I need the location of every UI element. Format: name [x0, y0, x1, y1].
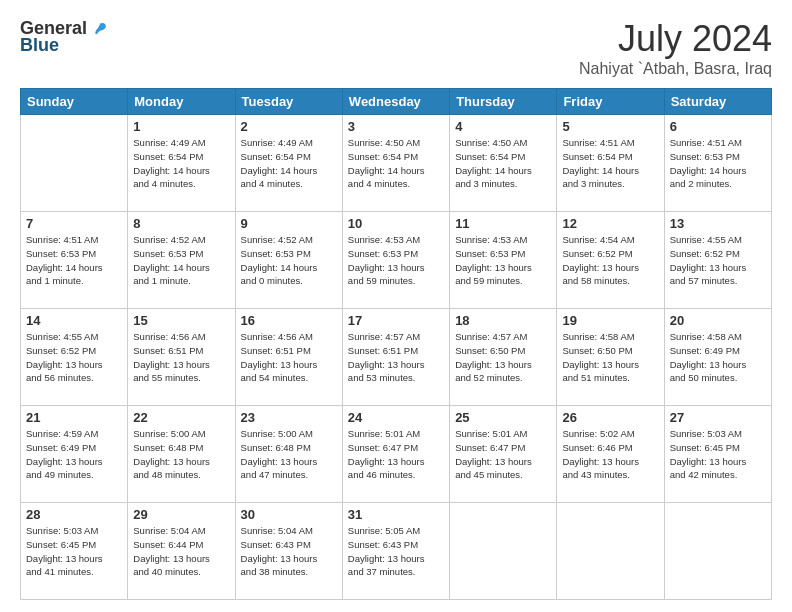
day-number: 26	[562, 410, 658, 425]
col-header-tuesday: Tuesday	[235, 89, 342, 115]
day-number: 7	[26, 216, 122, 231]
day-info: Sunrise: 4:51 AMSunset: 6:54 PMDaylight:…	[562, 136, 658, 191]
day-number: 3	[348, 119, 444, 134]
calendar-cell: 16Sunrise: 4:56 AMSunset: 6:51 PMDayligh…	[235, 309, 342, 406]
calendar-cell: 26Sunrise: 5:02 AMSunset: 6:46 PMDayligh…	[557, 406, 664, 503]
calendar-cell: 27Sunrise: 5:03 AMSunset: 6:45 PMDayligh…	[664, 406, 771, 503]
calendar-cell: 13Sunrise: 4:55 AMSunset: 6:52 PMDayligh…	[664, 212, 771, 309]
calendar-cell: 2Sunrise: 4:49 AMSunset: 6:54 PMDaylight…	[235, 115, 342, 212]
calendar-cell	[21, 115, 128, 212]
day-number: 9	[241, 216, 337, 231]
calendar-cell: 15Sunrise: 4:56 AMSunset: 6:51 PMDayligh…	[128, 309, 235, 406]
col-header-saturday: Saturday	[664, 89, 771, 115]
calendar-cell: 23Sunrise: 5:00 AMSunset: 6:48 PMDayligh…	[235, 406, 342, 503]
calendar-week-1: 1Sunrise: 4:49 AMSunset: 6:54 PMDaylight…	[21, 115, 772, 212]
calendar-cell: 11Sunrise: 4:53 AMSunset: 6:53 PMDayligh…	[450, 212, 557, 309]
calendar-cell: 31Sunrise: 5:05 AMSunset: 6:43 PMDayligh…	[342, 503, 449, 600]
calendar-cell: 20Sunrise: 4:58 AMSunset: 6:49 PMDayligh…	[664, 309, 771, 406]
day-number: 19	[562, 313, 658, 328]
calendar-week-3: 14Sunrise: 4:55 AMSunset: 6:52 PMDayligh…	[21, 309, 772, 406]
day-number: 10	[348, 216, 444, 231]
day-info: Sunrise: 4:53 AMSunset: 6:53 PMDaylight:…	[455, 233, 551, 288]
day-number: 1	[133, 119, 229, 134]
day-number: 11	[455, 216, 551, 231]
day-number: 4	[455, 119, 551, 134]
calendar-cell: 25Sunrise: 5:01 AMSunset: 6:47 PMDayligh…	[450, 406, 557, 503]
calendar-week-4: 21Sunrise: 4:59 AMSunset: 6:49 PMDayligh…	[21, 406, 772, 503]
calendar-cell: 29Sunrise: 5:04 AMSunset: 6:44 PMDayligh…	[128, 503, 235, 600]
calendar-cell: 19Sunrise: 4:58 AMSunset: 6:50 PMDayligh…	[557, 309, 664, 406]
calendar-cell: 8Sunrise: 4:52 AMSunset: 6:53 PMDaylight…	[128, 212, 235, 309]
day-info: Sunrise: 5:03 AMSunset: 6:45 PMDaylight:…	[670, 427, 766, 482]
day-number: 16	[241, 313, 337, 328]
day-info: Sunrise: 4:57 AMSunset: 6:50 PMDaylight:…	[455, 330, 551, 385]
day-number: 25	[455, 410, 551, 425]
calendar-cell: 10Sunrise: 4:53 AMSunset: 6:53 PMDayligh…	[342, 212, 449, 309]
day-info: Sunrise: 4:57 AMSunset: 6:51 PMDaylight:…	[348, 330, 444, 385]
calendar-cell: 4Sunrise: 4:50 AMSunset: 6:54 PMDaylight…	[450, 115, 557, 212]
calendar-cell: 17Sunrise: 4:57 AMSunset: 6:51 PMDayligh…	[342, 309, 449, 406]
day-number: 23	[241, 410, 337, 425]
day-number: 30	[241, 507, 337, 522]
calendar-week-5: 28Sunrise: 5:03 AMSunset: 6:45 PMDayligh…	[21, 503, 772, 600]
calendar-cell: 3Sunrise: 4:50 AMSunset: 6:54 PMDaylight…	[342, 115, 449, 212]
title-block: July 2024 Nahiyat `Atbah, Basra, Iraq	[579, 18, 772, 78]
day-number: 13	[670, 216, 766, 231]
calendar-cell	[557, 503, 664, 600]
day-info: Sunrise: 5:03 AMSunset: 6:45 PMDaylight:…	[26, 524, 122, 579]
day-info: Sunrise: 4:58 AMSunset: 6:49 PMDaylight:…	[670, 330, 766, 385]
day-info: Sunrise: 4:51 AMSunset: 6:53 PMDaylight:…	[670, 136, 766, 191]
calendar-table: SundayMondayTuesdayWednesdayThursdayFrid…	[20, 88, 772, 600]
day-number: 20	[670, 313, 766, 328]
calendar-cell	[664, 503, 771, 600]
calendar-cell: 24Sunrise: 5:01 AMSunset: 6:47 PMDayligh…	[342, 406, 449, 503]
day-number: 14	[26, 313, 122, 328]
calendar-cell: 18Sunrise: 4:57 AMSunset: 6:50 PMDayligh…	[450, 309, 557, 406]
calendar-cell: 9Sunrise: 4:52 AMSunset: 6:53 PMDaylight…	[235, 212, 342, 309]
calendar-cell: 22Sunrise: 5:00 AMSunset: 6:48 PMDayligh…	[128, 406, 235, 503]
day-number: 28	[26, 507, 122, 522]
day-info: Sunrise: 4:52 AMSunset: 6:53 PMDaylight:…	[241, 233, 337, 288]
col-header-monday: Monday	[128, 89, 235, 115]
day-info: Sunrise: 5:01 AMSunset: 6:47 PMDaylight:…	[348, 427, 444, 482]
day-info: Sunrise: 4:55 AMSunset: 6:52 PMDaylight:…	[26, 330, 122, 385]
page: General Blue July 2024 Nahiyat `Atbah, B…	[0, 0, 792, 612]
calendar-cell: 5Sunrise: 4:51 AMSunset: 6:54 PMDaylight…	[557, 115, 664, 212]
day-number: 5	[562, 119, 658, 134]
day-info: Sunrise: 4:59 AMSunset: 6:49 PMDaylight:…	[26, 427, 122, 482]
day-number: 18	[455, 313, 551, 328]
day-info: Sunrise: 4:49 AMSunset: 6:54 PMDaylight:…	[241, 136, 337, 191]
calendar-cell: 14Sunrise: 4:55 AMSunset: 6:52 PMDayligh…	[21, 309, 128, 406]
day-info: Sunrise: 4:49 AMSunset: 6:54 PMDaylight:…	[133, 136, 229, 191]
col-header-sunday: Sunday	[21, 89, 128, 115]
day-number: 17	[348, 313, 444, 328]
day-info: Sunrise: 4:56 AMSunset: 6:51 PMDaylight:…	[133, 330, 229, 385]
logo: General Blue	[20, 18, 109, 56]
day-info: Sunrise: 4:58 AMSunset: 6:50 PMDaylight:…	[562, 330, 658, 385]
day-number: 6	[670, 119, 766, 134]
day-number: 12	[562, 216, 658, 231]
day-number: 22	[133, 410, 229, 425]
day-info: Sunrise: 4:53 AMSunset: 6:53 PMDaylight:…	[348, 233, 444, 288]
col-header-thursday: Thursday	[450, 89, 557, 115]
calendar-cell: 28Sunrise: 5:03 AMSunset: 6:45 PMDayligh…	[21, 503, 128, 600]
calendar-cell: 6Sunrise: 4:51 AMSunset: 6:53 PMDaylight…	[664, 115, 771, 212]
day-info: Sunrise: 4:56 AMSunset: 6:51 PMDaylight:…	[241, 330, 337, 385]
day-info: Sunrise: 5:04 AMSunset: 6:44 PMDaylight:…	[133, 524, 229, 579]
day-info: Sunrise: 4:51 AMSunset: 6:53 PMDaylight:…	[26, 233, 122, 288]
day-info: Sunrise: 4:55 AMSunset: 6:52 PMDaylight:…	[670, 233, 766, 288]
day-number: 29	[133, 507, 229, 522]
day-info: Sunrise: 4:54 AMSunset: 6:52 PMDaylight:…	[562, 233, 658, 288]
calendar-cell	[450, 503, 557, 600]
calendar-week-2: 7Sunrise: 4:51 AMSunset: 6:53 PMDaylight…	[21, 212, 772, 309]
calendar-cell: 21Sunrise: 4:59 AMSunset: 6:49 PMDayligh…	[21, 406, 128, 503]
day-number: 31	[348, 507, 444, 522]
day-info: Sunrise: 5:02 AMSunset: 6:46 PMDaylight:…	[562, 427, 658, 482]
col-header-friday: Friday	[557, 89, 664, 115]
day-info: Sunrise: 5:05 AMSunset: 6:43 PMDaylight:…	[348, 524, 444, 579]
col-header-wednesday: Wednesday	[342, 89, 449, 115]
day-number: 2	[241, 119, 337, 134]
calendar-cell: 12Sunrise: 4:54 AMSunset: 6:52 PMDayligh…	[557, 212, 664, 309]
calendar-cell: 7Sunrise: 4:51 AMSunset: 6:53 PMDaylight…	[21, 212, 128, 309]
day-number: 24	[348, 410, 444, 425]
